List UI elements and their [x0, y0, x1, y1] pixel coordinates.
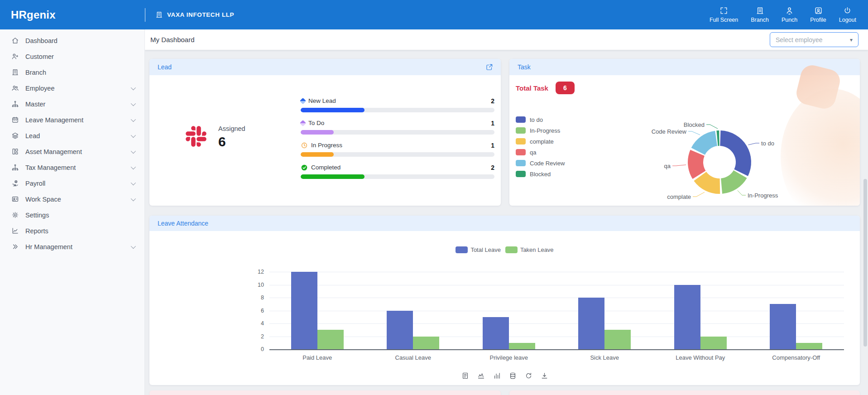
company-name: VAXA INFOTECH LLP — [155, 11, 234, 19]
sidebar: DashboardCustomerBranchEmployeeMasterLea… — [0, 29, 145, 395]
donut-label-blocked: Blocked — [684, 121, 705, 128]
lead-row-to-do: To Do1 — [301, 118, 494, 135]
bar-taken-leave-privilege-leave[interactable] — [509, 343, 535, 349]
bar-taken-leave-paid-leave[interactable] — [317, 330, 344, 349]
donut-slice-in-progress[interactable] — [721, 170, 747, 194]
progress-bar — [301, 130, 494, 135]
sidebar-item-label: Leave Management — [25, 116, 83, 124]
sidebar-item-label: Master — [25, 101, 45, 108]
double-chevron-icon — [11, 243, 19, 250]
page-title: My Dashboard — [150, 36, 195, 43]
sidebar-item-label: Hr Management — [25, 243, 72, 250]
bar-total-leave-privilege-leave[interactable] — [483, 317, 509, 349]
legend-label: Taken Leave — [520, 246, 554, 253]
employee-select[interactable]: Select employee ▾ — [770, 32, 858, 47]
sidebar-item-employee[interactable]: Employee — [0, 80, 144, 96]
assigned-label: Assigned — [218, 125, 245, 132]
sidebar-item-reports[interactable]: Reports — [0, 223, 144, 239]
topbar-action-profile[interactable]: Profile — [810, 6, 826, 23]
lead-row-new-lead: New Lead2 — [301, 96, 494, 112]
building-icon — [155, 11, 163, 19]
donut-label-code-review: Code Review — [652, 128, 687, 135]
lead-row-completed: Completed2 — [301, 163, 494, 179]
bar-taken-leave-sick-leave[interactable] — [604, 330, 631, 349]
donut-slice-blocked[interactable] — [716, 130, 719, 146]
sidebar-item-work-space[interactable]: Work Space — [0, 191, 144, 207]
bar-total-leave-sick-leave[interactable] — [578, 298, 604, 349]
partial-card-header — [509, 390, 860, 395]
donut-slice-to-do[interactable] — [720, 130, 751, 176]
building-icon — [11, 68, 19, 76]
leave-card-header: Leave Attendance — [149, 216, 860, 231]
scrollbar-thumb[interactable] — [863, 179, 867, 347]
activity-icon[interactable] — [476, 371, 486, 381]
chevron-down-icon — [131, 101, 136, 106]
sidebar-item-master[interactable]: Master — [0, 96, 144, 112]
sidebar-item-branch[interactable]: Branch — [0, 64, 144, 80]
topbar-action-punch[interactable]: Punch — [782, 6, 797, 23]
scrollbar[interactable] — [862, 29, 868, 395]
building-icon — [756, 6, 764, 15]
sidebar-item-customer[interactable]: Customer — [0, 48, 144, 64]
topbar-action-label: Branch — [751, 17, 769, 23]
slack-icon — [186, 126, 206, 149]
activity-icon — [477, 372, 485, 380]
profile-icon — [814, 6, 823, 15]
users-icon — [11, 84, 19, 92]
task-card: Task Total Task 6 to doIn-Progresscompla… — [509, 59, 860, 206]
bar-taken-leave-compensatory-off[interactable] — [796, 343, 822, 349]
sidebar-item-payroll[interactable]: Payroll — [0, 175, 144, 191]
sidebar-item-label: Lead — [25, 132, 40, 140]
lead-status-label: In Progress — [311, 142, 342, 149]
legend-label: Total Leave — [470, 246, 501, 253]
bar-total-leave-leave-without-pay[interactable] — [674, 285, 700, 350]
bar-total-leave-casual-leave[interactable] — [387, 311, 413, 350]
download-icon[interactable] — [540, 371, 549, 381]
x-axis-label: Leave Without Pay — [652, 354, 748, 361]
donut-slice-code-review[interactable] — [691, 131, 717, 155]
bar-taken-leave-casual-leave[interactable] — [413, 337, 439, 350]
refresh-icon[interactable] — [524, 371, 533, 381]
lead-card: Lead Assigned 6 New Lead2 To Do1 In Prog… — [149, 59, 501, 206]
lead-status-value: 1 — [491, 142, 494, 149]
progress-bar — [301, 174, 494, 179]
sidebar-item-tax-management[interactable]: Tax Management — [0, 159, 144, 175]
x-axis-label: Paid Leave — [269, 354, 365, 361]
chevron-down-icon — [131, 164, 136, 169]
topbar-action-logout[interactable]: Logout — [839, 6, 856, 23]
topbar-action-branch[interactable]: Branch — [751, 6, 769, 23]
app-logo[interactable]: HRgenix — [0, 9, 145, 21]
y-axis-tick: 2 — [242, 333, 264, 340]
sidebar-item-dashboard[interactable]: Dashboard — [0, 33, 144, 48]
bar-taken-leave-leave-without-pay[interactable] — [700, 337, 727, 350]
bar-chart-icon[interactable] — [492, 371, 502, 381]
sidebar-item-asset-management[interactable]: Asset Management — [0, 144, 144, 159]
lead-progress-list: New Lead2 To Do1 In Progress1 Completed2 — [301, 96, 494, 185]
external-link-icon[interactable] — [485, 63, 494, 71]
sidebar-item-lead[interactable]: Lead — [0, 128, 144, 144]
chevron-down-icon — [131, 85, 136, 90]
task-card-body: Total Task 6 to doIn-ProgresscomplateqaC… — [509, 75, 860, 206]
person-pin-icon — [785, 6, 794, 15]
download-icon — [541, 372, 548, 380]
progress-bar — [301, 152, 494, 157]
sidebar-item-leave-management[interactable]: Leave Management — [0, 112, 144, 128]
sitemap-icon — [11, 100, 19, 108]
lead-card-header: Lead — [149, 59, 501, 75]
database-icon[interactable] — [508, 371, 518, 381]
list-icon[interactable] — [460, 371, 470, 381]
employee-select-placeholder: Select employee — [776, 36, 823, 43]
bar-total-leave-compensatory-off[interactable] — [770, 304, 796, 349]
assigned-summary: Assigned 6 — [186, 125, 245, 149]
lead-row-in-progress: In Progress1 — [301, 140, 494, 157]
chevron-down-icon — [131, 132, 136, 137]
sidebar-item-hr-management[interactable]: Hr Management — [0, 239, 144, 255]
legend-item-taken-leave[interactable]: Taken Leave — [505, 246, 554, 253]
list-icon — [461, 372, 469, 380]
legend-item-total-leave[interactable]: Total Leave — [456, 246, 501, 253]
sidebar-item-settings[interactable]: Settings — [0, 207, 144, 223]
x-axis-label: Casual Leave — [365, 354, 461, 361]
topbar-action-full-screen[interactable]: Full Screen — [710, 6, 738, 23]
sidebar-item-label: Employee — [25, 85, 54, 92]
bar-total-leave-paid-leave[interactable] — [291, 272, 317, 349]
